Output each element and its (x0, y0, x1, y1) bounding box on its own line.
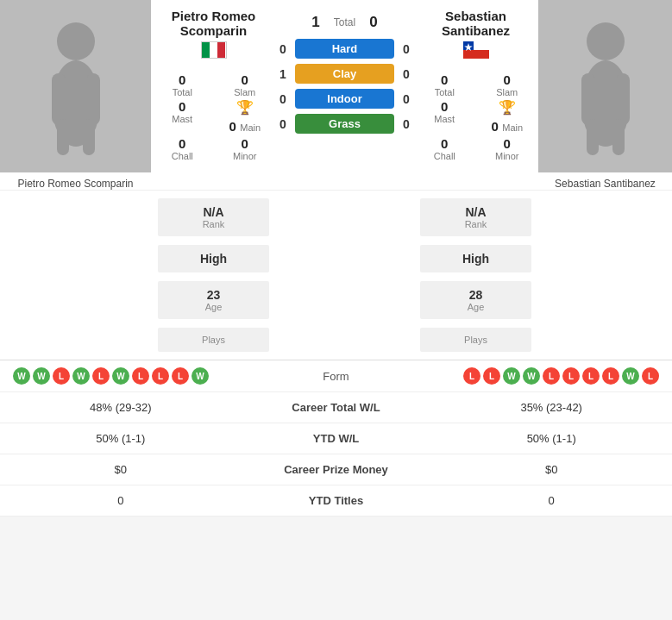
p1-indoor-score: 0 (278, 92, 288, 106)
player2-flag (463, 41, 489, 62)
player1-photo-spacer (0, 196, 151, 354)
total-label: Total (334, 16, 355, 28)
indoor-surface-row: 0 Indoor 0 (276, 89, 413, 109)
center-col: 1 Total 0 0 Hard 0 1 Clay 0 0 Indoor 0 0 (276, 0, 413, 190)
form-badge: L (543, 367, 560, 385)
comparison-p1-value-3: 0 (13, 494, 229, 507)
comparison-rows: 48% (29-32)Career Total W/L35% (23-42)50… (0, 392, 672, 517)
player1-age-box: 23 Age (158, 281, 269, 319)
player1-photo (0, 0, 151, 172)
svg-rect-5 (83, 119, 95, 155)
form-badge: L (562, 367, 580, 385)
svg-rect-2 (52, 73, 66, 125)
grass-surface-row: 0 Grass 0 (276, 114, 413, 134)
comparison-p2-value-2: $0 (443, 463, 659, 476)
player2-form-badges: LLWWLLLLWL (405, 367, 660, 385)
player1-info-col: Pietro Romeo Scomparin 0 Total 0 Slam (151, 0, 276, 190)
comparison-label-2: Career Prize Money (229, 463, 444, 476)
player1-photo-col: Pietro Romeo Scomparin (0, 0, 151, 190)
player2-stats-grid: 0 Total 0 Slam 0 Mast 🏆 0 Main (413, 72, 538, 161)
comparison-label-3: YTD Titles (229, 494, 444, 507)
player2-trophy: 🏆 0 Main (480, 99, 536, 135)
player1-mast-stat: 0 Mast (154, 99, 210, 135)
player1-chall-stat: 0 Chall (154, 136, 210, 161)
player2-photo (538, 0, 672, 172)
comparison-row: $0Career Prize Money$0 (0, 454, 672, 485)
player1-trophy: 🏆 0 Main (217, 99, 273, 135)
player2-name: Sebastian Santibanez (413, 9, 538, 38)
comparison-label-0: Career Total W/L (229, 401, 444, 414)
bottom-stats: WWLWLWLLLW Form LLWWLLLLWL 48% (29-32)Ca… (0, 360, 672, 517)
player2-photo-spacer (538, 196, 672, 354)
clay-button[interactable]: Clay (295, 64, 394, 84)
player2-chall-stat: 0 Chall (417, 136, 473, 161)
form-badge: L (582, 367, 600, 385)
trophy1-icon: 🏆 (236, 99, 254, 116)
form-badge: L (53, 367, 70, 385)
player1-minor-stat: 0 Minor (217, 136, 273, 161)
comparison-p2-value-3: 0 (443, 494, 659, 507)
player1-form-badges: WWLWLWLLLW (13, 367, 267, 385)
comparison-label-1: YTD W/L (229, 432, 444, 445)
comparison-p1-value-1: 50% (1-1) (13, 432, 229, 445)
player2-info-col: Sebastian Santibanez 0 Total 0 Slam (413, 0, 538, 190)
comparison-p1-value-0: 48% (29-32) (13, 401, 229, 414)
form-badge: L (483, 367, 500, 385)
svg-rect-15 (612, 119, 625, 155)
form-badge: W (503, 367, 520, 385)
p1-total-wins: 1 (311, 14, 319, 31)
form-badge: L (463, 367, 480, 385)
player2-minor-stat: 0 Minor (480, 136, 536, 161)
clay-surface-row: 1 Clay 0 (276, 64, 413, 84)
player1-silhouette-icon (41, 17, 110, 155)
player2-total-stat: 0 Total (417, 72, 473, 97)
player1-flag (201, 41, 227, 62)
player2-age-box: 28 Age (420, 281, 531, 319)
form-badge: W (33, 367, 50, 385)
chile-flag-icon (463, 41, 489, 59)
p1-hard-score: 0 (278, 42, 288, 56)
form-badge: L (172, 367, 189, 385)
p1-clay-score: 1 (278, 67, 288, 81)
form-badge: L (132, 367, 149, 385)
p2-indoor-score: 0 (401, 92, 411, 106)
player2-rank-box: N/A Rank (420, 198, 531, 236)
player1-name-below: Pietro Romeo Scomparin (14, 178, 136, 190)
form-badge: W (13, 367, 30, 385)
p1-grass-score: 0 (278, 117, 288, 131)
comparison-row: 48% (29-32)Career Total W/L35% (23-42) (0, 392, 672, 423)
form-row: WWLWLWLLLW Form LLWWLLLLWL (0, 360, 672, 392)
svg-rect-4 (57, 119, 69, 155)
hard-button[interactable]: Hard (295, 39, 394, 59)
player2-mast-stat: 0 Mast (417, 99, 473, 135)
form-badge: W (72, 367, 90, 385)
p2-grass-score: 0 (401, 117, 411, 131)
form-badge: W (523, 367, 540, 385)
svg-point-10 (587, 22, 625, 60)
form-badge: L (152, 367, 169, 385)
comparison-p2-value-0: 35% (23-42) (443, 401, 659, 414)
player2-name-below: Sebastian Santibanez (551, 178, 659, 190)
player1-slam-stat: 0 Slam (217, 72, 273, 97)
form-label: Form (267, 370, 405, 383)
form-badge: L (642, 367, 659, 385)
center-spacer (276, 196, 413, 354)
player1-detail-boxes: N/A Rank High 23 Age Plays (151, 196, 276, 354)
player2-silhouette-icon (571, 17, 640, 155)
form-badge: W (192, 367, 209, 385)
form-badge: L (92, 367, 110, 385)
p2-clay-score: 0 (401, 67, 411, 81)
player2-high-box: High (420, 245, 531, 272)
trophy2-icon: 🏆 (499, 99, 516, 116)
p2-total-losses: 0 (369, 14, 377, 31)
italy-flag-icon (201, 41, 227, 59)
player1-total-stat: 0 Total (154, 72, 210, 97)
player1-stats-grid: 0 Total 0 Slam 0 Mast 🏆 0 Main (151, 72, 276, 161)
svg-rect-13 (616, 73, 630, 125)
indoor-button[interactable]: Indoor (295, 89, 394, 109)
comparison-row: 50% (1-1)YTD W/L50% (1-1) (0, 423, 672, 454)
form-badge: W (622, 367, 639, 385)
player1-rank-box: N/A Rank (158, 198, 269, 236)
form-badge: W (112, 367, 129, 385)
grass-button[interactable]: Grass (295, 114, 394, 134)
